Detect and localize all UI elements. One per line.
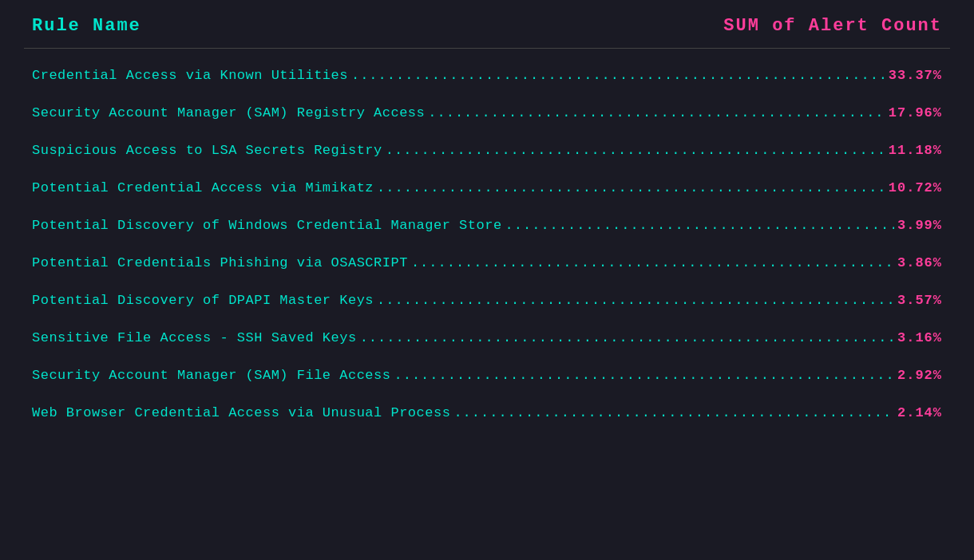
rule-name-cell: Potential Credentials Phishing via OSASC… <box>32 255 408 270</box>
sum-header: SUM of Alert Count <box>723 16 942 36</box>
alert-count-cell: 3.57% <box>897 293 942 308</box>
table-row: Security Account Manager (SAM) File Acce… <box>24 357 950 394</box>
alert-count-cell: 3.99% <box>897 218 942 233</box>
alert-count-cell: 2.14% <box>897 405 942 420</box>
table-body: Credential Access via Known Utilities...… <box>24 49 950 432</box>
rule-name-cell: Web Browser Credential Access via Unusua… <box>32 405 450 420</box>
table-row: Web Browser Credential Access via Unusua… <box>24 394 950 432</box>
row-dots: ........................................… <box>377 293 894 308</box>
rule-name-header: Rule Name <box>32 16 141 36</box>
rule-name-cell: Credential Access via Known Utilities <box>32 68 348 83</box>
alert-count-cell: 2.92% <box>897 368 942 383</box>
row-dots: ........................................… <box>453 405 894 420</box>
row-dots: ........................................… <box>360 330 894 345</box>
rule-name-cell: Sensitive File Access - SSH Saved Keys <box>32 330 357 345</box>
table-header: Rule Name SUM of Alert Count <box>24 0 950 49</box>
table-row: Potential Discovery of DPAPI Master Keys… <box>24 282 950 319</box>
row-dots: ........................................… <box>386 143 885 158</box>
row-dots: ........................................… <box>428 105 885 120</box>
rule-name-cell: Security Account Manager (SAM) File Acce… <box>32 368 390 383</box>
table-row: Potential Discovery of Windows Credentia… <box>24 207 950 244</box>
table-row: Potential Credentials Phishing via OSASC… <box>24 244 950 282</box>
alert-count-cell: 11.18% <box>889 143 942 158</box>
rule-name-cell: Potential Credential Access via Mimikatz <box>32 180 374 195</box>
rule-name-cell: Security Account Manager (SAM) Registry … <box>32 105 425 120</box>
alert-count-cell: 3.86% <box>897 255 942 270</box>
row-dots: ........................................… <box>377 180 885 195</box>
table-row: Suspicious Access to LSA Secrets Registr… <box>24 132 950 169</box>
table-row: Potential Credential Access via Mimikatz… <box>24 169 950 207</box>
row-dots: ........................................… <box>394 368 894 383</box>
rule-name-cell: Suspicious Access to LSA Secrets Registr… <box>32 143 382 158</box>
table-row: Credential Access via Known Utilities...… <box>24 57 950 94</box>
alert-count-cell: 10.72% <box>889 180 942 195</box>
alert-count-cell: 3.16% <box>897 330 942 345</box>
row-dots: ........................................… <box>411 255 894 270</box>
alert-count-cell: 33.37% <box>889 68 942 83</box>
table-row: Sensitive File Access - SSH Saved Keys..… <box>24 319 950 357</box>
alert-count-cell: 17.96% <box>889 105 942 120</box>
rule-name-cell: Potential Discovery of Windows Credentia… <box>32 218 502 233</box>
main-container: Rule Name SUM of Alert Count Credential … <box>0 0 974 560</box>
rule-name-cell: Potential Discovery of DPAPI Master Keys <box>32 293 374 308</box>
table-row: Security Account Manager (SAM) Registry … <box>24 94 950 132</box>
row-dots: ........................................… <box>351 68 885 83</box>
row-dots: ........................................… <box>505 218 894 233</box>
